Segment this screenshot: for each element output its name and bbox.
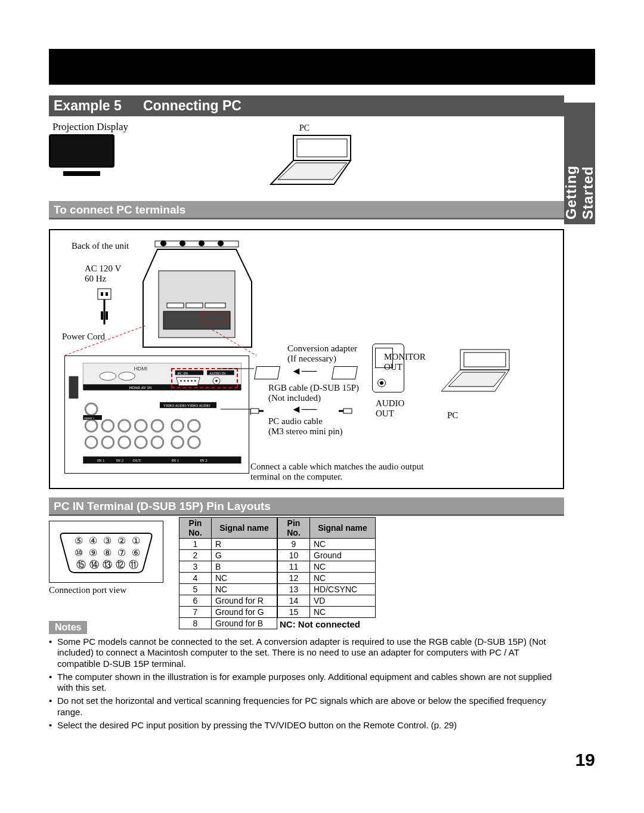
svg-rect-14 xyxy=(205,303,225,308)
svg-text:HDMI AV IN: HDMI AV IN xyxy=(129,385,151,390)
svg-point-29 xyxy=(85,420,97,432)
svg-rect-54 xyxy=(83,456,241,463)
subsection-connect-pc-terminals-label: To connect PC terminals xyxy=(54,203,185,216)
svg-text:⑧: ⑧ xyxy=(103,548,112,558)
table-row: 5NC xyxy=(179,584,277,595)
example-number: Example 5 xyxy=(54,98,143,114)
example-name: Connecting PC xyxy=(143,98,242,114)
pc-ports-icon xyxy=(372,344,404,392)
table-row: 7Ground for G xyxy=(179,607,277,618)
projection-display-icon xyxy=(49,134,114,176)
pin-table-left: Pin No. Signal name 1R 2G 3B 4NC 5NC 6Gr… xyxy=(179,517,277,629)
svg-rect-65 xyxy=(343,409,352,413)
svg-point-24 xyxy=(100,372,116,381)
svg-text:⑥: ⑥ xyxy=(132,548,140,558)
arrow-left-icon: ◄── xyxy=(291,403,317,416)
signal-col-header: Signal name xyxy=(310,518,376,539)
table-row: 13HD/CSYNC xyxy=(278,584,376,595)
svg-text:②: ② xyxy=(117,536,126,546)
table-row: 11NC xyxy=(278,561,376,573)
svg-rect-19 xyxy=(101,311,103,320)
projection-display-label: Projection Display xyxy=(52,121,128,133)
page-number: 19 xyxy=(575,750,595,770)
svg-rect-16 xyxy=(98,289,111,299)
pin-col-header: Pin No. xyxy=(278,518,310,539)
svg-text:HDMI: HDMI xyxy=(134,366,147,372)
list-item: Some PC models cannot be connected to th… xyxy=(49,636,564,669)
svg-point-39 xyxy=(172,420,184,432)
table-row: 6Ground for R xyxy=(179,595,277,607)
svg-text:①: ① xyxy=(132,536,140,546)
power-plug-icon xyxy=(97,288,112,328)
pc-label-2: PC xyxy=(447,410,458,421)
table-row: 14VD xyxy=(278,595,376,607)
svg-point-30 xyxy=(85,437,97,449)
pc-audio-cable-label: PC audio cable (M3 stereo mini pin) xyxy=(268,416,343,437)
svg-text:VIDEO  AUDIO  VIDEO  AUDIO: VIDEO AUDIO VIDEO AUDIO xyxy=(163,404,210,407)
side-tab-label: Getting Started xyxy=(568,107,592,220)
svg-rect-18 xyxy=(106,292,108,296)
svg-point-8 xyxy=(199,240,205,246)
svg-point-6 xyxy=(160,240,166,246)
laptop-icon xyxy=(433,347,515,395)
svg-text:⑬: ⑬ xyxy=(103,559,112,570)
audio-match-note: Connect a cable which matches the audio … xyxy=(250,462,423,482)
table-row: 8Ground for B xyxy=(179,618,277,629)
svg-rect-13 xyxy=(186,303,203,308)
svg-rect-12 xyxy=(167,303,184,308)
svg-text:IN 2: IN 2 xyxy=(116,458,124,462)
svg-rect-1 xyxy=(297,139,347,157)
leader-lines xyxy=(221,367,256,415)
table-row: 9NC xyxy=(278,539,376,550)
svg-text:⑭: ⑭ xyxy=(89,559,99,570)
table-row: 1R xyxy=(179,539,277,550)
table-row: 2G xyxy=(179,550,277,561)
audio-out-label: AUDIO OUT xyxy=(376,398,404,419)
notes-heading: Notes xyxy=(49,621,87,634)
section-title-bar: Example 5 Connecting PC xyxy=(49,95,564,116)
svg-point-34 xyxy=(151,420,163,432)
pc-label: PC xyxy=(299,123,309,133)
vga-connector-icon xyxy=(332,366,358,379)
subsection-connect-pc-terminals: To connect PC terminals xyxy=(49,201,564,220)
svg-text:⑨: ⑨ xyxy=(89,548,97,558)
svg-text:IN 1: IN 1 xyxy=(172,458,179,462)
svg-point-38 xyxy=(151,437,163,449)
svg-point-31 xyxy=(102,420,114,432)
svg-text:⑮: ⑮ xyxy=(76,559,86,570)
table-row: 15NC xyxy=(278,607,376,618)
connection-diagram: Back of the unit AC 120 V 60 Hz Power Co… xyxy=(49,229,564,489)
svg-text:IN 1: IN 1 xyxy=(97,458,105,462)
svg-point-7 xyxy=(179,240,185,246)
svg-rect-5 xyxy=(155,241,239,247)
svg-point-36 xyxy=(119,437,131,449)
svg-point-33 xyxy=(135,420,147,432)
illustration-row: Projection Display PC xyxy=(49,121,564,193)
svg-text:⑩: ⑩ xyxy=(75,548,83,558)
vga-connector-icon xyxy=(254,366,280,379)
svg-point-28 xyxy=(85,403,97,415)
svg-text:③: ③ xyxy=(103,536,112,546)
nc-note: NC: Not connected xyxy=(280,619,376,629)
svg-point-41 xyxy=(172,437,184,449)
svg-text:OUT: OUT xyxy=(132,458,141,462)
list-item: The computer shown in the illustration i… xyxy=(49,672,564,694)
svg-rect-67 xyxy=(464,353,506,367)
svg-point-25 xyxy=(119,372,135,381)
svg-rect-20 xyxy=(106,311,108,320)
arrow-left-icon: ◄── xyxy=(291,365,317,378)
svg-point-9 xyxy=(218,240,224,246)
pin-table-right: Pin No. Signal name 9NC 10Ground 11NC 12… xyxy=(277,517,376,618)
list-item: Select the desired PC input position by … xyxy=(49,720,564,731)
table-row: 3B xyxy=(179,561,277,573)
list-item: Do not set the horizontal and vertical s… xyxy=(49,695,564,718)
dsub-port-diagram: ⑤ ④ ③ ② ① ⑩ ⑨ ⑧ ⑦ ⑥ ⑮ ⑭ ⑬ ⑫ ⑪ xyxy=(49,521,163,583)
signal-col-header: Signal name xyxy=(212,518,277,539)
port-caption: Connection port view xyxy=(49,585,126,595)
top-black-band xyxy=(49,49,595,85)
svg-point-42 xyxy=(188,437,200,449)
svg-rect-21 xyxy=(69,376,79,399)
svg-rect-17 xyxy=(101,292,103,296)
ac-label: AC 120 V 60 Hz xyxy=(85,264,121,284)
svg-text:⑪: ⑪ xyxy=(129,559,138,570)
